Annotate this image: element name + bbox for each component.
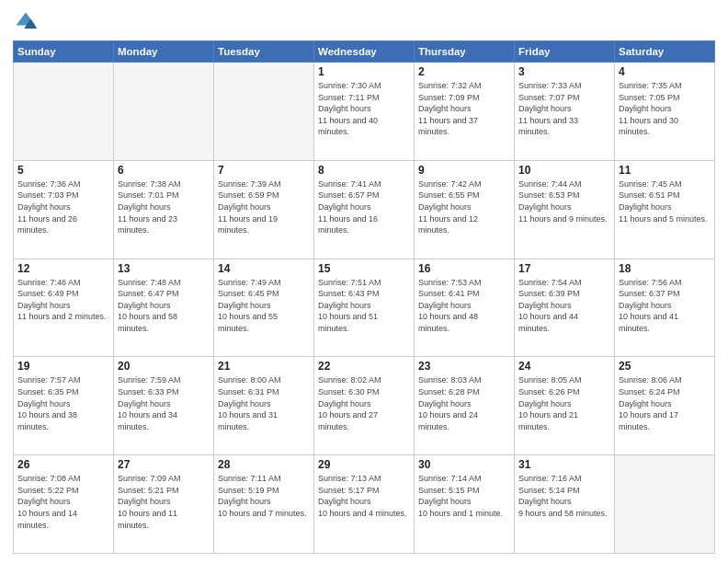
daylight-value: 11 hours and 30 minutes. <box>619 116 678 137</box>
sunset-label: Sunset: 6:26 PM <box>518 387 580 396</box>
week-row-2: 5Sunrise: 7:36 AMSunset: 7:03 PMDaylight… <box>14 160 715 259</box>
calendar-cell <box>214 63 314 161</box>
day-number: 21 <box>218 360 310 373</box>
day-info: Sunrise: 7:42 AMSunset: 6:55 PMDaylight … <box>418 178 510 236</box>
day-info: Sunrise: 7:53 AMSunset: 6:41 PMDaylight … <box>418 277 510 335</box>
day-info: Sunrise: 7:57 AMSunset: 6:35 PMDaylight … <box>17 374 109 432</box>
sunset-label: Sunset: 6:57 PM <box>318 190 380 200</box>
weekday-header-thursday: Thursday <box>415 41 515 63</box>
sunrise-label: Sunrise: 7:09 AM <box>118 474 181 483</box>
daylight-label: Daylight hours <box>418 202 472 212</box>
daylight-value: 10 hours and 17 minutes. <box>619 410 678 431</box>
sunset-label: Sunset: 6:28 PM <box>418 387 480 396</box>
calendar-cell: 12Sunrise: 7:46 AMSunset: 6:49 PMDayligh… <box>14 259 114 357</box>
daylight-value: 11 hours and 2 minutes. <box>17 312 107 321</box>
day-info: Sunrise: 8:00 AMSunset: 6:31 PMDaylight … <box>218 374 310 432</box>
day-number: 9 <box>418 164 510 177</box>
calendar-cell: 16Sunrise: 7:53 AMSunset: 6:41 PMDayligh… <box>415 259 515 357</box>
sunset-label: Sunset: 7:01 PM <box>118 190 179 200</box>
daylight-value: 10 hours and 44 minutes. <box>518 312 578 333</box>
day-number: 8 <box>318 164 410 177</box>
daylight-label: Daylight hours <box>418 399 472 408</box>
day-info: Sunrise: 7:09 AMSunset: 5:21 PMDaylight … <box>118 473 210 531</box>
day-number: 7 <box>218 164 310 177</box>
day-info: Sunrise: 7:49 AMSunset: 6:45 PMDaylight … <box>218 277 310 335</box>
calendar-table: SundayMondayTuesdayWednesdayThursdayFrid… <box>13 40 715 554</box>
sunrise-label: Sunrise: 7:38 AM <box>118 179 181 189</box>
daylight-value: 11 hours and 37 minutes. <box>418 116 478 137</box>
calendar-cell <box>14 63 114 161</box>
sunrise-label: Sunrise: 7:36 AM <box>17 179 81 189</box>
calendar-cell: 15Sunrise: 7:51 AMSunset: 6:43 PMDayligh… <box>314 259 415 357</box>
day-number: 4 <box>619 65 711 78</box>
daylight-label: Daylight hours <box>118 497 171 506</box>
daylight-value: 10 hours and 27 minutes. <box>318 410 378 431</box>
daylight-label: Daylight hours <box>318 399 371 408</box>
daylight-label: Daylight hours <box>218 497 271 506</box>
sunset-label: Sunset: 6:39 PM <box>518 289 580 298</box>
daylight-label: Daylight hours <box>418 497 472 506</box>
daylight-label: Daylight hours <box>318 104 371 113</box>
daylight-value: 10 hours and 1 minute. <box>418 509 503 518</box>
day-info: Sunrise: 8:06 AMSunset: 6:24 PMDaylight … <box>619 374 711 432</box>
day-number: 11 <box>619 164 711 177</box>
day-number: 15 <box>318 262 410 275</box>
daylight-value: 11 hours and 19 minutes. <box>218 214 278 236</box>
calendar-cell: 25Sunrise: 8:06 AMSunset: 6:24 PMDayligh… <box>615 357 715 455</box>
sunset-label: Sunset: 6:30 PM <box>318 387 380 396</box>
sunset-label: Sunset: 7:11 PM <box>318 93 380 102</box>
daylight-label: Daylight hours <box>318 497 371 506</box>
daylight-label: Daylight hours <box>619 104 672 113</box>
daylight-value: 11 hours and 12 minutes. <box>418 214 478 236</box>
sunset-label: Sunset: 6:31 PM <box>218 387 279 396</box>
sunset-label: Sunset: 6:35 PM <box>17 387 79 396</box>
sunrise-label: Sunrise: 7:35 AM <box>619 81 682 90</box>
sunrise-label: Sunrise: 8:05 AM <box>518 375 582 385</box>
daylight-value: 10 hours and 11 minutes. <box>118 509 177 530</box>
calendar-cell: 21Sunrise: 8:00 AMSunset: 6:31 PMDayligh… <box>214 357 314 455</box>
daylight-label: Daylight hours <box>418 104 472 113</box>
day-info: Sunrise: 7:16 AMSunset: 5:14 PMDaylight … <box>518 473 610 519</box>
daylight-label: Daylight hours <box>619 301 672 310</box>
daylight-value: 11 hours and 26 minutes. <box>17 214 77 236</box>
day-info: Sunrise: 7:56 AMSunset: 6:37 PMDaylight … <box>619 277 711 335</box>
day-info: Sunrise: 7:48 AMSunset: 6:47 PMDaylight … <box>118 277 210 335</box>
weekday-header-tuesday: Tuesday <box>214 41 314 63</box>
day-info: Sunrise: 7:41 AMSunset: 6:57 PMDaylight … <box>318 178 410 236</box>
sunrise-label: Sunrise: 7:44 AM <box>518 179 582 189</box>
page-header <box>13 9 715 35</box>
daylight-value: 10 hours and 31 minutes. <box>218 410 278 431</box>
sunrise-label: Sunrise: 7:59 AM <box>118 375 181 385</box>
daylight-value: 9 hours and 58 minutes. <box>518 509 608 518</box>
daylight-value: 10 hours and 24 minutes. <box>418 410 478 431</box>
weekday-header-wednesday: Wednesday <box>314 41 415 63</box>
daylight-label: Daylight hours <box>518 301 572 310</box>
daylight-label: Daylight hours <box>17 399 71 408</box>
daylight-label: Daylight hours <box>17 497 71 506</box>
sunrise-label: Sunrise: 7:42 AM <box>418 179 482 189</box>
daylight-label: Daylight hours <box>218 202 271 212</box>
sunset-label: Sunset: 6:51 PM <box>619 190 680 200</box>
daylight-label: Daylight hours <box>118 301 171 310</box>
daylight-label: Daylight hours <box>218 301 271 310</box>
day-number: 24 <box>518 360 610 373</box>
sunrise-label: Sunrise: 7:32 AM <box>418 81 482 90</box>
calendar-cell: 9Sunrise: 7:42 AMSunset: 6:55 PMDaylight… <box>415 160 515 259</box>
calendar-cell: 23Sunrise: 8:03 AMSunset: 6:28 PMDayligh… <box>415 357 515 455</box>
day-number: 27 <box>118 458 210 471</box>
daylight-value: 11 hours and 23 minutes. <box>118 214 177 236</box>
daylight-value: 10 hours and 7 minutes. <box>218 509 307 518</box>
daylight-label: Daylight hours <box>518 202 572 212</box>
calendar-cell: 13Sunrise: 7:48 AMSunset: 6:47 PMDayligh… <box>114 259 214 357</box>
calendar-cell <box>615 455 715 554</box>
calendar-cell: 10Sunrise: 7:44 AMSunset: 6:53 PMDayligh… <box>515 160 615 259</box>
weekday-header-sunday: Sunday <box>14 41 114 63</box>
daylight-value: 10 hours and 41 minutes. <box>619 312 678 333</box>
day-number: 31 <box>518 458 610 471</box>
sunset-label: Sunset: 7:09 PM <box>418 93 480 102</box>
sunset-label: Sunset: 6:33 PM <box>118 387 179 396</box>
daylight-label: Daylight hours <box>218 399 271 408</box>
sunset-label: Sunset: 6:43 PM <box>318 289 380 298</box>
calendar-cell: 28Sunrise: 7:11 AMSunset: 5:19 PMDayligh… <box>214 455 314 554</box>
calendar-page: SundayMondayTuesdayWednesdayThursdayFrid… <box>0 0 728 563</box>
